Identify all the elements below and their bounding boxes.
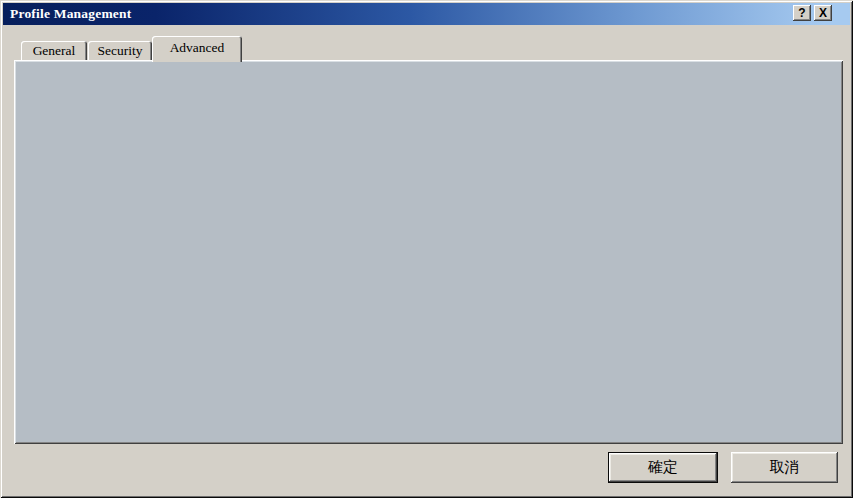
- tab-security-label: Security: [98, 43, 143, 59]
- profile-management-dialog: Profile Management ? X General Security …: [0, 0, 853, 498]
- cancel-button[interactable]: 取消: [731, 452, 838, 483]
- tab-page-advanced: [14, 60, 843, 444]
- tab-general-label: General: [33, 43, 76, 59]
- ok-button[interactable]: 確定: [608, 452, 718, 483]
- tab-general[interactable]: General: [21, 41, 87, 60]
- close-icon: X: [819, 7, 827, 19]
- close-button[interactable]: X: [814, 5, 832, 21]
- tab-advanced[interactable]: Advanced: [152, 36, 242, 62]
- cancel-button-label: 取消: [770, 458, 800, 477]
- tab-advanced-label: Advanced: [170, 40, 225, 56]
- ok-button-label: 確定: [648, 458, 678, 477]
- titlebar[interactable]: Profile Management: [3, 3, 850, 25]
- tab-security[interactable]: Security: [88, 41, 152, 60]
- help-icon: ?: [798, 7, 805, 19]
- window-title: Profile Management: [10, 6, 131, 22]
- help-button[interactable]: ?: [793, 5, 811, 21]
